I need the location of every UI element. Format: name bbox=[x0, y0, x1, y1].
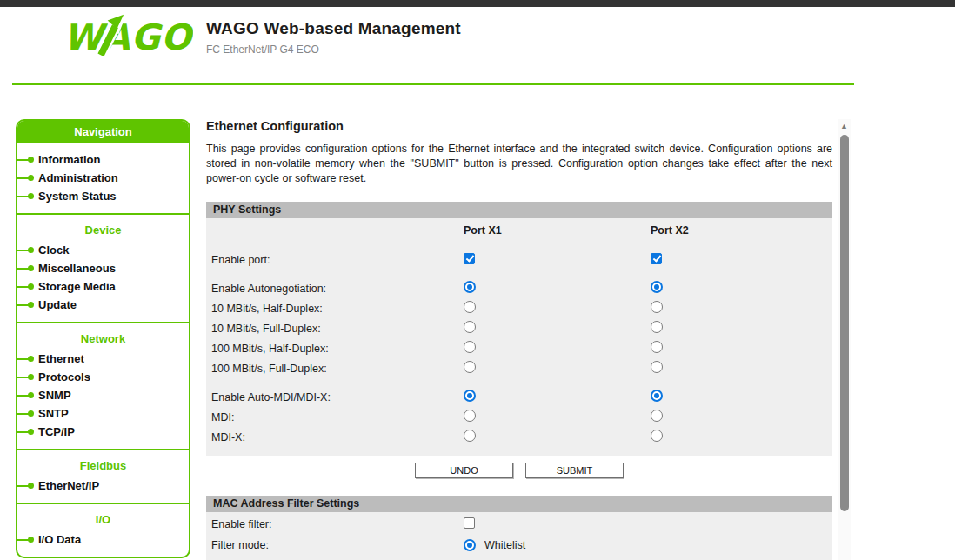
ctrl-cell-x1 bbox=[464, 301, 651, 317]
phy-column-headers: Port X1Port X2 bbox=[206, 218, 832, 241]
header-text-block: WAGO Web-based Management FC EtherNet/IP… bbox=[206, 19, 461, 56]
sidebar-item-label: Update bbox=[38, 298, 77, 311]
ctrl-cell-x2 bbox=[651, 361, 832, 377]
sidebar-item-system-status[interactable]: System Status bbox=[17, 187, 189, 205]
mdi-x1-radio[interactable] bbox=[464, 410, 476, 422]
phy-settings-section: PHY Settings Port X1Port X2Enable port:E… bbox=[206, 202, 832, 456]
sidebar-section-fieldbus: FieldbusEtherNet/IP bbox=[17, 449, 189, 503]
phy-row-mdi: MDI: bbox=[206, 407, 832, 427]
100-mbit-s-half-duplex-x1-radio[interactable] bbox=[464, 341, 476, 353]
ctrl-cell-x1 bbox=[464, 321, 651, 337]
10-mbit-s-full-duplex-x2-radio[interactable] bbox=[651, 321, 663, 333]
undo-button[interactable]: UNDO bbox=[415, 463, 513, 478]
main-content: Ethernet Configuration This page provide… bbox=[206, 114, 832, 560]
sidebar-item-tcp-ip[interactable]: TCP/IP bbox=[17, 423, 189, 441]
phy-row-enable-port: Enable port: bbox=[206, 250, 832, 270]
sidebar-item-update[interactable]: Update bbox=[17, 296, 189, 314]
nav-bullet-icon bbox=[17, 196, 29, 197]
column-header-port-x2: Port X2 bbox=[651, 223, 832, 237]
scrollbar[interactable]: ▲ bbox=[838, 119, 851, 560]
sidebar-item-label: SNTP bbox=[38, 407, 69, 420]
sidebar-item-label: EtherNet/IP bbox=[38, 479, 99, 492]
ctrl-cell-x2 bbox=[651, 301, 832, 317]
column-header-port-x1: Port X1 bbox=[464, 223, 651, 237]
sidebar-section-title-i-o: I/O bbox=[17, 511, 189, 530]
nav-bullet-icon bbox=[17, 395, 29, 397]
row-label: 100 MBit/s, Full-Duplex: bbox=[206, 363, 464, 375]
wago-logo: W AGO bbox=[66, 14, 193, 56]
100-mbit-s-full-duplex-x1-radio[interactable] bbox=[464, 361, 476, 373]
scrollbar-thumb[interactable] bbox=[840, 135, 849, 511]
app-title: WAGO Web-based Management bbox=[206, 19, 461, 38]
ctrl-cell-x1 bbox=[464, 390, 651, 405]
sidebar-item-protocols[interactable]: Protocols bbox=[17, 368, 189, 386]
submit-button[interactable]: SUBMIT bbox=[525, 463, 624, 478]
ctrl-cell-x2 bbox=[651, 410, 832, 425]
phy-group-1: Enable Autonegotiation:10 MBit/s, Half-D… bbox=[206, 278, 832, 378]
sidebar-item-label: Clock bbox=[38, 243, 69, 257]
sidebar-item-label: TCP/IP bbox=[38, 425, 75, 438]
enable-port-x2-checkbox[interactable] bbox=[651, 253, 662, 264]
phy-section-header: PHY Settings bbox=[206, 202, 832, 218]
nav-bullet-icon bbox=[17, 159, 29, 161]
ctrl-cell-x2 bbox=[651, 281, 832, 297]
sidebar-item-label: Protocols bbox=[38, 370, 90, 383]
filter-mode-whitelist-radio[interactable] bbox=[464, 539, 476, 551]
nav-bullet-icon bbox=[17, 377, 29, 378]
100-mbit-s-full-duplex-x2-radio[interactable] bbox=[651, 361, 663, 373]
10-mbit-s-half-duplex-x2-radio[interactable] bbox=[651, 301, 663, 313]
sidebar-item-snmp[interactable]: SNMP bbox=[17, 386, 189, 404]
row-label: Filter mode: bbox=[206, 539, 464, 551]
ctrl-cell-x1 bbox=[464, 341, 651, 357]
sidebar-item-information[interactable]: Information bbox=[17, 150, 189, 169]
mdi-x-x1-radio[interactable] bbox=[464, 430, 476, 442]
sidebar-item-ethernet[interactable]: Ethernet bbox=[17, 350, 189, 368]
sidebar-item-label: Administration bbox=[38, 171, 118, 184]
10-mbit-s-full-duplex-x1-radio[interactable] bbox=[464, 321, 476, 333]
enable-auto-mdi-mdi-x-x2-radio[interactable] bbox=[651, 390, 663, 402]
mdi-x2-radio[interactable] bbox=[651, 410, 663, 422]
100-mbit-s-half-duplex-x2-radio[interactable] bbox=[651, 341, 663, 353]
scroll-up-icon: ▲ bbox=[840, 122, 848, 130]
nav-bullet-icon bbox=[17, 286, 29, 288]
sidebar-item-i-o-data[interactable]: I/O Data bbox=[17, 530, 189, 549]
enable-autonegotiation-x2-radio[interactable] bbox=[651, 281, 663, 293]
sidebar-item-label: Ethernet bbox=[38, 352, 84, 365]
scrollbar-up-button[interactable]: ▲ bbox=[838, 119, 851, 133]
enable-filter-checkbox[interactable] bbox=[464, 517, 475, 529]
row-label: Enable filter: bbox=[206, 518, 464, 530]
sidebar-section-title-device: Device bbox=[17, 222, 189, 241]
sidebar-item-label: System Status bbox=[38, 190, 117, 203]
sidebar-item-storage-media[interactable]: Storage Media bbox=[17, 277, 189, 296]
sidebar-item-ethernet-ip[interactable]: EtherNet/IP bbox=[17, 477, 189, 495]
phy-group-2: Enable Auto-MDI/MDI-X:MDI:MDI-X: bbox=[206, 387, 832, 447]
ctrl-cell-x2 bbox=[651, 252, 832, 268]
mdi-x-x2-radio[interactable] bbox=[651, 430, 663, 442]
sidebar-item-sntp[interactable]: SNTP bbox=[17, 404, 189, 423]
enable-auto-mdi-mdi-x-x1-radio[interactable] bbox=[464, 390, 476, 402]
ctrl-cell-x1 bbox=[464, 410, 651, 425]
phy-row-enable-auto-mdi-mdi-x: Enable Auto-MDI/MDI-X: bbox=[206, 387, 832, 407]
option-label-whitelist[interactable]: Whitelist bbox=[484, 539, 525, 551]
sidebar-item-miscellaneous[interactable]: Miscellaneous bbox=[17, 259, 189, 277]
phy-row-enable-autonegotiation: Enable Autonegotiation: bbox=[206, 278, 832, 298]
device-subtitle: FC EtherNet/IP G4 ECO bbox=[206, 43, 461, 56]
page-description: This page provides configuration options… bbox=[206, 142, 832, 186]
phy-row-10-mbit-s-half-duplex: 10 MBit/s, Half-Duplex: bbox=[206, 298, 832, 318]
sidebar-item-clock[interactable]: Clock bbox=[17, 241, 189, 259]
enable-port-x1-checkbox[interactable] bbox=[464, 253, 475, 264]
ctrl-cell-x2 bbox=[651, 430, 832, 445]
sidebar-section-network: NetworkEthernetProtocolsSNMPSNTPTCP/IP bbox=[17, 322, 189, 449]
enable-autonegotiation-x1-radio[interactable] bbox=[464, 281, 476, 293]
10-mbit-s-half-duplex-x1-radio[interactable] bbox=[464, 301, 476, 313]
sidebar-section-i-o: I/OI/O Data bbox=[17, 503, 189, 557]
sidebar-section-title-network: Network bbox=[17, 330, 189, 350]
ctrl-cell-x1 bbox=[464, 361, 651, 377]
phy-row-100-mbit-s-half-duplex: 100 MBit/s, Half-Duplex: bbox=[206, 338, 832, 358]
nav-bullet-icon bbox=[17, 304, 29, 306]
header-divider bbox=[12, 83, 854, 85]
nav-bullet-icon bbox=[17, 358, 29, 360]
sidebar-item-administration[interactable]: Administration bbox=[17, 169, 189, 187]
ctrl-cell-x1 bbox=[464, 252, 651, 268]
row-label: Enable Autonegotiation: bbox=[206, 283, 464, 295]
